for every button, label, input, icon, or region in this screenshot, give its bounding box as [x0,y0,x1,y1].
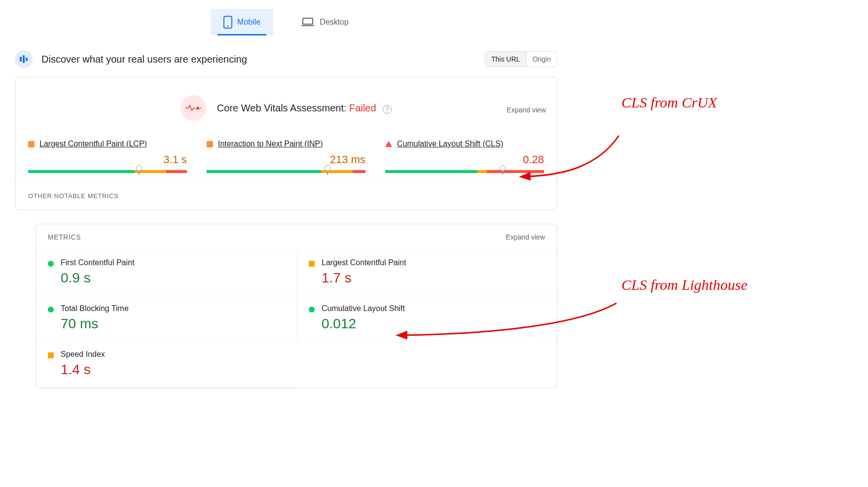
circle-icon [48,261,54,267]
tab-mobile[interactable]: Mobile [211,9,273,35]
distribution-bar [385,170,544,173]
percentile-pin [325,165,330,171]
svg-marker-4 [196,106,200,109]
lh-metric-value: 1.7 s [322,270,406,286]
lh-metric-value: 0.9 s [61,270,134,286]
scope-this-url[interactable]: This URL [485,52,526,67]
lh-metric-4: Speed Index 1.4 s [36,342,296,388]
svg-point-1 [227,26,229,27]
vital-value: 3.1 s [28,153,187,166]
square-icon [48,352,54,358]
lighthouse-title: METRICS [48,233,81,241]
field-data-header: Discover what your real users are experi… [15,50,557,68]
vital-2: Cumulative Layout Shift (CLS) 0.28 [385,139,544,173]
field-data-title: Discover what your real users are experi… [41,54,247,65]
square-icon [309,261,315,267]
scope-toggle: This URL Origin [485,51,557,67]
tab-desktop-label: Desktop [320,18,349,27]
device-tabs: Mobile Desktop [15,9,557,35]
pulse-icon [181,95,206,121]
lh-metric-value: 0.012 [322,316,405,332]
circle-icon [309,307,315,313]
help-icon[interactable]: ? [383,105,392,114]
triangle-icon [385,141,392,147]
lh-metric-name: Largest Contentful Paint [322,258,406,267]
lh-metric-1: Largest Contentful Paint 1.7 s [296,250,557,296]
annotation-crux: CLS from CrUX [621,94,750,111]
lh-metric-0: First Contentful Paint 0.9 s [36,250,296,296]
vital-name[interactable]: Largest Contentful Paint (LCP) [39,139,147,148]
phone-icon [223,16,232,29]
lighthouse-card: METRICS Expand view First Contentful Pai… [36,224,557,388]
tab-desktop[interactable]: Desktop [288,9,362,35]
annotation-lighthouse: CLS from Lighthouse [621,276,760,294]
vital-value: 213 ms [207,153,365,166]
distribution-bar [28,170,187,173]
scope-origin[interactable]: Origin [526,52,557,67]
vitals-row: Largest Contentful Paint (LCP) 3.1 s Int… [15,126,557,182]
lh-metric-name: First Contentful Paint [61,258,134,267]
lighthouse-expand-link[interactable]: Expand view [506,233,545,241]
circle-icon [48,307,54,313]
vital-0: Largest Contentful Paint (LCP) 3.1 s [28,139,187,173]
lh-metric-2: Total Blocking Time 70 ms [36,296,296,342]
lh-metric-value: 70 ms [61,316,129,332]
distribution-bar [207,170,365,173]
gauge-icon [15,50,33,68]
assessment-status: Failed [349,103,376,113]
laptop-icon [301,17,315,27]
assessment-label: Core Web Vitals Assessment: [217,103,349,113]
svg-rect-2 [303,18,313,24]
lh-metric-name: Cumulative Layout Shift [322,304,405,313]
vital-1: Interaction to Next Paint (INP) 213 ms [207,139,365,173]
crux-expand-link[interactable]: Expand view [507,106,546,114]
lh-metric-name: Total Blocking Time [61,304,129,313]
assessment-row: Core Web Vitals Assessment: Failed ? Exp… [15,77,557,126]
square-icon [28,141,35,147]
tab-mobile-label: Mobile [237,18,260,27]
other-metrics-label: OTHER NOTABLE METRICS [15,182,557,209]
lh-metric-value: 1.4 s [61,362,105,378]
assessment-text: Core Web Vitals Assessment: Failed ? [217,103,392,114]
lh-metric-name: Speed Index [61,350,105,359]
square-icon [207,141,213,147]
lh-metric-3: Cumulative Layout Shift 0.012 [296,296,557,342]
vital-name[interactable]: Cumulative Layout Shift (CLS) [397,139,503,148]
vital-value: 0.28 [385,153,544,166]
lighthouse-grid: First Contentful Paint 0.9 s Largest Con… [36,250,557,388]
crux-card: Core Web Vitals Assessment: Failed ? Exp… [15,77,557,210]
vital-name[interactable]: Interaction to Next Paint (INP) [218,139,323,148]
